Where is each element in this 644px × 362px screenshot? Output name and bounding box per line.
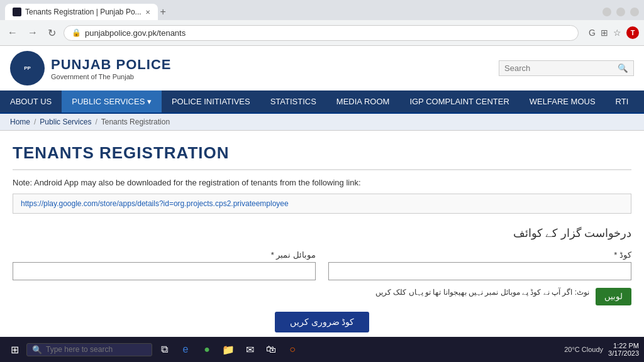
forward-button[interactable]: → bbox=[25, 26, 40, 40]
taskbar-search-icon: 🔍 bbox=[32, 345, 42, 354]
browser-chrome: Tenants Registration | Punjab Po... ✕ + … bbox=[0, 0, 644, 46]
form-header-urdu: درخواست گزار کے کوائف bbox=[13, 226, 631, 240]
back-button[interactable]: ← bbox=[5, 26, 20, 40]
taskbar-chrome-icon[interactable]: ● bbox=[197, 340, 216, 359]
taskbar-edge-icon[interactable]: e bbox=[176, 340, 195, 359]
extensions-icon[interactable]: ⊞ bbox=[601, 28, 608, 38]
site-subtitle: Government of The Punjab bbox=[51, 73, 171, 80]
active-tab[interactable]: Tenants Registration | Punjab Po... ✕ bbox=[5, 4, 158, 20]
nav-welfare-mous[interactable]: WELFARE MOUS bbox=[519, 90, 606, 112]
minimize-button[interactable] bbox=[602, 8, 611, 16]
registration-form: درخواست گزار کے کوائف کوڈ * موبائل نمبر … bbox=[13, 226, 631, 354]
profile-icon[interactable]: T bbox=[626, 26, 639, 39]
taskbar-clock: 1:22 PM bbox=[608, 342, 639, 349]
nav-bar: ABOUT US PUBLIC SERVICES ▾ POLICE INITIA… bbox=[0, 90, 644, 112]
browser-toolbar-icons: G ⊞ ☆ T bbox=[589, 26, 639, 39]
bookmark-icon[interactable]: ☆ bbox=[613, 28, 621, 38]
taskbar-mail-icon[interactable]: ✉ bbox=[240, 340, 259, 359]
submit-row: کوڈ ضروری کریں bbox=[13, 312, 631, 332]
nav-public-services[interactable]: PUBLIC SERVICES ▾ bbox=[62, 90, 162, 112]
url-text: punjabpolice.gov.pk/tenants bbox=[85, 28, 570, 38]
search-input[interactable] bbox=[499, 61, 613, 75]
tab-bar: Tenants Registration | Punjab Po... ✕ + bbox=[0, 0, 644, 20]
form-group-code: کوڈ * bbox=[328, 250, 631, 280]
refresh-button[interactable]: ↻ bbox=[45, 26, 58, 40]
start-button[interactable]: ⊞ bbox=[5, 340, 24, 359]
website: PP PUNJAB POLICE Government of The Punja… bbox=[0, 46, 644, 362]
page-title: TENANTS REGISTRATION bbox=[13, 143, 631, 170]
app-link-text: https://play.google.com/store/apps/detai… bbox=[21, 199, 289, 208]
app-download-note: Note: Android App may also be downloaded… bbox=[13, 178, 631, 187]
lock-icon: 🔒 bbox=[72, 28, 81, 37]
field2-label: موبائل نمبر * bbox=[13, 250, 316, 260]
taskbar-store-icon[interactable]: 🛍 bbox=[262, 340, 280, 359]
search-button[interactable]: 🔍 bbox=[613, 61, 633, 75]
taskbar: ⊞ 🔍 ⧉ e ● 📁 ✉ 🛍 ○ 20°C Cloudy 1:22 PM 3/… bbox=[0, 337, 644, 362]
nav-statistics[interactable]: STATISTICS bbox=[260, 90, 326, 112]
logo-area: PP PUNJAB POLICE Government of The Punja… bbox=[10, 51, 171, 85]
logo-text: PUNJAB POLICE Government of The Punjab bbox=[51, 57, 171, 80]
google-icon[interactable]: G bbox=[589, 28, 596, 38]
taskbar-browser2-icon[interactable]: ○ bbox=[283, 340, 302, 359]
logo-icon: PP bbox=[10, 51, 45, 85]
tab-title: Tenants Registration | Punjab Po... bbox=[25, 8, 142, 16]
taskbar-search-input[interactable] bbox=[46, 345, 134, 354]
breadcrumb-public-services[interactable]: Public Services bbox=[40, 118, 91, 126]
tab-favicon bbox=[13, 8, 21, 16]
taskbar-file-icon[interactable]: 📁 bbox=[219, 340, 238, 359]
code-input[interactable] bbox=[328, 262, 631, 280]
logo-emblem: PP bbox=[24, 65, 31, 71]
nav-igp-complaint[interactable]: IGP COMPLAINT CENTER bbox=[399, 90, 519, 112]
site-title: PUNJAB POLICE bbox=[51, 57, 171, 73]
mobile-input[interactable] bbox=[13, 262, 316, 280]
nav-about-us[interactable]: ABOUT US bbox=[0, 90, 62, 112]
close-button[interactable] bbox=[630, 8, 639, 16]
taskbar-date: 3/17/2023 bbox=[608, 349, 639, 357]
nav-rti[interactable]: RTI bbox=[606, 90, 639, 112]
tab-close-button[interactable]: ✕ bbox=[145, 9, 150, 16]
verify-hint: نوٹ: اگر آپ نے کوڈ پے موبائل نمبر نہیں ب… bbox=[375, 288, 589, 305]
address-bar: ← → ↻ 🔒 punjabpolice.gov.pk/tenants G ⊞ … bbox=[0, 20, 644, 45]
verify-button[interactable]: لوبیں bbox=[596, 288, 631, 305]
app-link-box[interactable]: https://play.google.com/store/apps/detai… bbox=[13, 194, 631, 214]
form-row-fields: کوڈ * موبائل نمبر * bbox=[13, 250, 631, 280]
form-group-mobile: موبائل نمبر * bbox=[13, 250, 316, 280]
new-tab-button[interactable]: + bbox=[160, 6, 166, 18]
header-top: PP PUNJAB POLICE Government of The Punja… bbox=[0, 46, 644, 90]
breadcrumb-current: Tenants Registration bbox=[101, 118, 170, 126]
breadcrumb-sep2: / bbox=[95, 118, 97, 126]
verify-row: نوٹ: اگر آپ نے کوڈ پے موبائل نمبر نہیں ب… bbox=[13, 288, 631, 305]
window-controls bbox=[602, 8, 639, 16]
submit-button[interactable]: کوڈ ضروری کریں bbox=[275, 312, 369, 332]
nav-police-initiatives[interactable]: POLICE INITIATIVES bbox=[162, 90, 260, 112]
nav-media-room[interactable]: MEDIA ROOM bbox=[326, 90, 400, 112]
breadcrumb-sep1: / bbox=[34, 118, 36, 126]
taskbar-weather: 20°C Cloudy bbox=[564, 346, 603, 353]
field1-label: کوڈ * bbox=[328, 250, 631, 260]
main-content: TENANTS REGISTRATION Note: Android App m… bbox=[0, 131, 644, 362]
maximize-button[interactable] bbox=[616, 8, 625, 16]
breadcrumb-home[interactable]: Home bbox=[10, 118, 30, 126]
taskbar-right: 20°C Cloudy 1:22 PM 3/17/2023 bbox=[564, 342, 639, 357]
site-header: PP PUNJAB POLICE Government of The Punja… bbox=[0, 46, 644, 114]
url-bar[interactable]: 🔒 punjabpolice.gov.pk/tenants bbox=[64, 25, 579, 41]
task-view-button[interactable]: ⧉ bbox=[155, 340, 174, 359]
search-box: 🔍 bbox=[499, 60, 634, 76]
taskbar-time: 1:22 PM 3/17/2023 bbox=[608, 342, 639, 357]
taskbar-search-box[interactable]: 🔍 bbox=[26, 343, 152, 356]
breadcrumb: Home / Public Services / Tenants Registr… bbox=[0, 114, 644, 131]
search-bar-wrap: 🔍 bbox=[499, 60, 634, 76]
